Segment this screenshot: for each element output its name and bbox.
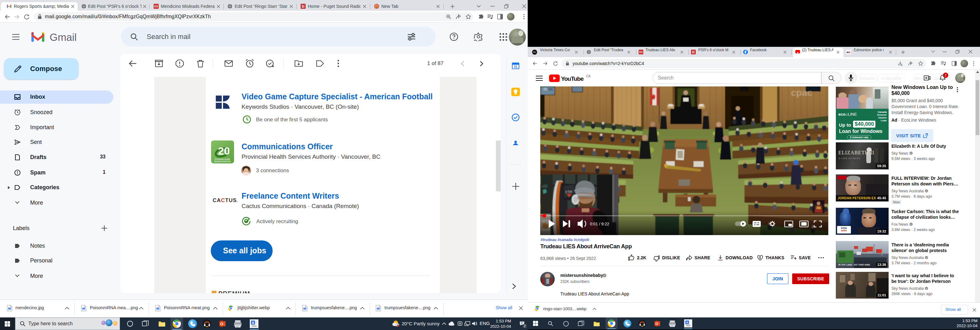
svg-text:A: A [686,321,688,324]
svg-text:A: A [252,321,254,325]
svg-text:cpac: cpac [791,88,812,98]
svg-text:20: 20 [218,145,230,157]
svg-text:Provincial Health: Provincial Health [215,158,230,160]
svg-text:31: 31 [514,65,518,69]
svg-text:FTW: FTW [565,190,573,194]
svg-text:O: O [220,322,223,326]
svg-text:Services Authority: Services Authority [214,160,231,163]
svg-text:0:01 / 9:22: 0:01 / 9:22 [590,222,609,226]
svg-text:O: O [655,322,658,325]
